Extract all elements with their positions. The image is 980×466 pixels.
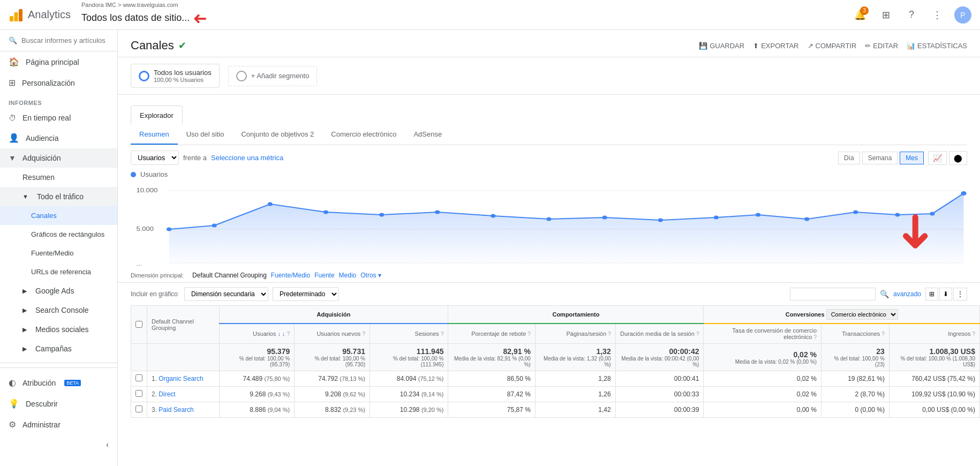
sidebar-item-atribucion[interactable]: ◐ Atribución BETA xyxy=(0,372,117,393)
dim-link-fuente-medio[interactable]: Fuente/Medio xyxy=(271,272,310,279)
td-new-users-1: 74.792 (78,13 %) xyxy=(295,371,370,387)
sidebar-item-audience[interactable]: 👤 Audiencia xyxy=(0,127,117,148)
sidebar-item-campanas[interactable]: ▶ Campañas xyxy=(0,339,117,358)
sidebar-item-search-console[interactable]: ▶ Search Console xyxy=(0,300,117,320)
th-bounce[interactable]: Porcentaje de rebote ? xyxy=(448,324,535,344)
subtab-adsense[interactable]: AdSense xyxy=(405,125,450,145)
channel-link-paid[interactable]: Paid Search xyxy=(159,406,193,414)
principal-dims: Dimensión principal: Default Channel Gro… xyxy=(118,268,980,283)
chart-svg: 10.000 5.000 ... xyxy=(131,183,967,268)
th-revenue[interactable]: Ingresos ? xyxy=(889,324,979,344)
line-chart-btn[interactable]: 📈 xyxy=(928,151,947,165)
download-btn[interactable]: ⬇ xyxy=(939,288,952,300)
channel-link-direct[interactable]: Direct xyxy=(159,390,175,398)
th-sessions[interactable]: Sesiones ? xyxy=(370,324,448,344)
more-button[interactable]: ⋮ xyxy=(929,6,946,24)
time-buttons: Día Semana Mes xyxy=(838,152,924,164)
table-settings-btn[interactable]: ⋮ xyxy=(953,288,967,300)
user-avatar[interactable]: P xyxy=(954,6,971,24)
sidebar-item-canales[interactable]: Canales xyxy=(0,206,117,225)
search-input[interactable] xyxy=(21,36,109,44)
dim-link-medio[interactable]: Medio xyxy=(339,272,357,279)
sidebar-item-home[interactable]: 🏠 Página principal xyxy=(0,51,117,72)
td-transactions-2: 2 (8,70 %) xyxy=(821,387,889,402)
sidebar-item-graficos[interactable]: Gráficos de rectángulos xyxy=(0,225,117,244)
content-area: Canales ✔ 💾 GUARDAR ⬆ EXPORTAR ↗ COMPART… xyxy=(118,30,980,466)
sidebar-item-fuente-medio[interactable]: Fuente/Medio xyxy=(0,244,117,262)
svg-point-26 xyxy=(961,191,966,196)
sidebar-item-custom[interactable]: ⊞ Personalización xyxy=(0,72,117,93)
edit-icon: ✏ xyxy=(865,42,871,50)
select-metric-link[interactable]: Seleccione una métrica xyxy=(211,154,283,162)
sidebar-item-urls[interactable]: URLs de referencia xyxy=(0,262,117,281)
page-title: Canales xyxy=(131,39,174,52)
th-transactions[interactable]: Transacciones ? xyxy=(821,324,889,344)
dim-link-fuente[interactable]: Fuente xyxy=(314,272,334,279)
th-pages-session[interactable]: Páginas/sesión ? xyxy=(535,324,615,344)
notifications-button[interactable]: 🔔 3 xyxy=(851,6,869,24)
sidebar-item-resumen[interactable]: Resumen xyxy=(0,168,117,187)
metric-dropdown[interactable]: Usuarios xyxy=(131,151,179,165)
row-checkbox-2[interactable] xyxy=(135,390,142,397)
svg-point-25 xyxy=(930,212,934,216)
save-button[interactable]: 💾 GUARDAR xyxy=(699,42,744,50)
pie-chart-btn[interactable]: ⬤ xyxy=(949,151,967,165)
edit-button[interactable]: ✏ EDITAR xyxy=(865,42,898,50)
subtab-comercio[interactable]: Comercio electrónico xyxy=(322,125,405,145)
sidebar-item-realtime[interactable]: ⏱ En tiempo real xyxy=(0,108,117,127)
grid-view-btn[interactable]: ⊞ xyxy=(925,288,938,300)
time-btn-month[interactable]: Mes xyxy=(900,152,924,164)
th-duration[interactable]: Duración media de la sesión ? xyxy=(615,324,704,344)
segment-chip-all-users[interactable]: Todos los usuarios 100,00 % Usuarios xyxy=(131,64,220,88)
conversion-type-select[interactable]: Comercio electrónico xyxy=(826,309,898,320)
secondary-dim-dropdown[interactable]: Dimensión secundaria xyxy=(184,287,268,301)
channel-link-organic[interactable]: Organic Search xyxy=(159,375,203,382)
svg-point-12 xyxy=(268,202,273,206)
order-type-dropdown[interactable]: Predeterminado xyxy=(273,287,339,301)
row-checkbox-1[interactable] xyxy=(135,374,142,381)
row-checkbox-3[interactable] xyxy=(135,405,142,412)
table-search-input[interactable] xyxy=(790,288,876,300)
td-total-users: 95.379 % del total: 100,00 % (95.379) xyxy=(219,344,295,371)
add-segment-btn[interactable]: + Añadir segmento xyxy=(228,66,318,86)
share-button[interactable]: ↗ COMPARTIR xyxy=(808,42,857,50)
time-btn-day[interactable]: Día xyxy=(838,152,860,164)
help-button[interactable]: ? xyxy=(903,6,920,24)
sidebar-item-google-ads[interactable]: ▶ Google Ads xyxy=(0,281,117,300)
subtab-objetivos[interactable]: Conjunto de objetivos 2 xyxy=(232,125,322,145)
subtab-uso-sitio[interactable]: Uso del sitio xyxy=(178,125,233,145)
advanced-link[interactable]: avanzado xyxy=(893,290,921,298)
apps-button[interactable]: ⊞ xyxy=(877,6,894,24)
th-conv-rate[interactable]: Tasa de conversión de comercio electróni… xyxy=(704,324,821,344)
td-transactions-3: 0 (0,00 %) xyxy=(821,402,889,418)
subtab-resumen[interactable]: Resumen xyxy=(131,125,178,145)
save-icon: 💾 xyxy=(699,42,707,50)
table-view-buttons: ⊞ ⬇ ⋮ xyxy=(925,288,967,300)
td-channel-3: 3. Paid Search xyxy=(147,402,220,418)
search-bar: 🔍 xyxy=(0,30,117,51)
dim-link-otros[interactable]: Otros ▾ xyxy=(360,272,381,279)
th-new-users[interactable]: Usuarios nuevos ? xyxy=(295,324,370,344)
td-sessions-3: 10.298 (9,20 %) xyxy=(370,402,448,418)
table-controls: Incluir en gráfico Dimensión secundaria … xyxy=(118,283,980,305)
export-button[interactable]: ⬆ EXPORTAR xyxy=(753,42,798,50)
svg-rect-2 xyxy=(19,9,22,21)
time-btn-week[interactable]: Semana xyxy=(862,152,898,164)
td-users-2: 9.268 (9,43 %) xyxy=(219,387,295,402)
sidebar-item-medios-sociales[interactable]: ▶ Medios sociales xyxy=(0,320,117,339)
sidebar-item-administrar[interactable]: ⚙ Administrar xyxy=(0,414,117,435)
th-acquisition: Adquisición xyxy=(219,306,448,324)
select-all-checkbox[interactable] xyxy=(135,321,142,328)
sidebar-collapse-btn[interactable]: ‹ xyxy=(0,435,117,454)
stats-button[interactable]: 📊 ESTADÍSTICAS xyxy=(907,42,967,50)
sidebar-item-todo-trafico[interactable]: ▼ Todo el tráfico xyxy=(0,187,117,206)
sidebar-item-acquisition[interactable]: ▼ Adquisición xyxy=(0,148,117,168)
table-row: 1. Organic Search 74.489 (75,80 %) 74.79… xyxy=(131,371,980,387)
th-users[interactable]: Usuarios ↓ ↓ ? xyxy=(219,324,295,344)
breadcrumb-main[interactable]: Todos los datos de sitio... xyxy=(81,12,190,24)
explorer-tab[interactable]: Explorador xyxy=(131,106,183,125)
sidebar-divider xyxy=(0,363,117,363)
sidebar-item-descubrir[interactable]: 💡 Descubrir xyxy=(0,393,117,414)
td-users-1: 74.489 (75,80 %) xyxy=(219,371,295,387)
td-total-pages: 1,32 Media de la vista: 1,32 (0,00 %) xyxy=(535,344,615,371)
